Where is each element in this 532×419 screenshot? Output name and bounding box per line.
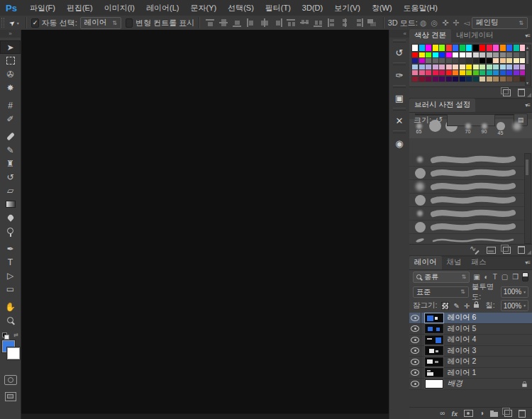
color-swatch[interactable] bbox=[466, 45, 472, 51]
layer-name[interactable]: 레이어 5 bbox=[448, 324, 532, 334]
color-swatch[interactable] bbox=[439, 52, 445, 57]
document-canvas[interactable] bbox=[21, 30, 389, 413]
options-bar-grip[interactable] bbox=[1, 18, 4, 28]
color-swatch[interactable] bbox=[506, 77, 512, 82]
panel-menu-icon[interactable]: ▾≡ bbox=[525, 33, 530, 39]
layer-name[interactable]: 배경 bbox=[448, 379, 522, 389]
menu-item[interactable]: 도움말(H) bbox=[398, 0, 443, 16]
align-bottom-edges-icon[interactable] bbox=[232, 18, 243, 28]
clone-stamp-tool[interactable]: ♜ bbox=[0, 157, 21, 170]
color-swatch[interactable] bbox=[473, 45, 479, 51]
filter-pixel-layers-icon[interactable]: ▣ bbox=[473, 273, 480, 281]
color-swatch[interactable] bbox=[473, 52, 479, 57]
color-swatch[interactable] bbox=[419, 77, 425, 82]
layer-visibility-cell[interactable] bbox=[409, 324, 421, 335]
brush-size-input[interactable] bbox=[447, 114, 495, 126]
panel-menu-icon[interactable]: ▾≡ bbox=[525, 102, 530, 108]
filter-type-layers-icon[interactable]: T bbox=[493, 273, 497, 281]
color-swatch[interactable] bbox=[487, 70, 492, 75]
color-swatch[interactable] bbox=[480, 65, 485, 69]
3d-roll-icon[interactable]: ◎ bbox=[431, 18, 438, 28]
layer-row[interactable]: 레이어 4 bbox=[409, 335, 532, 346]
type-tool[interactable]: T bbox=[0, 255, 21, 269]
layer-name[interactable]: 레이어 4 bbox=[448, 335, 532, 345]
brush-list-scrollbar[interactable] bbox=[524, 153, 531, 244]
color-swatch[interactable] bbox=[493, 65, 499, 69]
color-swatch[interactable] bbox=[500, 70, 506, 75]
layer-visibility-cell[interactable] bbox=[409, 335, 421, 345]
brush-preset-item[interactable] bbox=[409, 180, 526, 194]
color-swatch[interactable] bbox=[419, 45, 425, 51]
color-swatch[interactable] bbox=[433, 70, 438, 75]
color-swatch[interactable] bbox=[426, 52, 431, 57]
color-swatch[interactable] bbox=[487, 58, 492, 63]
align-top-edges-icon[interactable] bbox=[205, 18, 216, 28]
layer-row[interactable]: 레이어 2 bbox=[409, 357, 532, 368]
color-swatch[interactable] bbox=[473, 58, 479, 63]
color-swatch[interactable] bbox=[500, 77, 506, 82]
auto-select-target-dropdown[interactable]: 레이어 ⇅ bbox=[80, 17, 121, 29]
color-swatch[interactable] bbox=[433, 65, 438, 69]
color-swatch[interactable] bbox=[487, 65, 492, 69]
color-swatch[interactable] bbox=[453, 77, 458, 82]
new-brush-icon[interactable] bbox=[503, 247, 511, 254]
brush-preset-item[interactable] bbox=[409, 220, 526, 234]
color-swatch[interactable] bbox=[446, 58, 452, 63]
healing-brush-tool[interactable] bbox=[0, 130, 21, 143]
cc-libraries-panel-icon[interactable]: ◉ bbox=[389, 135, 409, 151]
distribute-horizontal-centers-icon[interactable] bbox=[340, 18, 350, 28]
filter-kind-dropdown[interactable]: 종류 ⇅ bbox=[413, 272, 470, 283]
color-swatch[interactable] bbox=[466, 70, 472, 75]
menu-item[interactable]: 필터(T) bbox=[260, 0, 297, 16]
color-swatch[interactable] bbox=[446, 65, 452, 69]
distribute-bottom-edges-icon[interactable] bbox=[313, 18, 323, 28]
distribute-left-edges-icon[interactable] bbox=[326, 18, 337, 28]
color-swatch[interactable] bbox=[493, 58, 499, 63]
new-group-icon[interactable] bbox=[490, 412, 498, 417]
color-swatch[interactable] bbox=[487, 45, 492, 51]
layer-row[interactable]: 배경 bbox=[409, 379, 532, 390]
blend-mode-dropdown[interactable]: 표준 ⇅ bbox=[413, 286, 469, 298]
layer-thumbnail[interactable] bbox=[425, 335, 443, 345]
filtering-toggle-switch[interactable] bbox=[522, 272, 528, 281]
color-swatch[interactable] bbox=[446, 45, 452, 51]
layer-name[interactable]: 레이어 1 bbox=[448, 368, 532, 378]
color-swatch[interactable] bbox=[439, 70, 445, 75]
path-selection-tool[interactable]: ▷ bbox=[0, 269, 21, 282]
brush-preset-item[interactable] bbox=[409, 194, 526, 207]
color-swatch[interactable] bbox=[412, 77, 418, 82]
color-swatch[interactable] bbox=[419, 65, 425, 69]
color-swatch[interactable] bbox=[506, 52, 512, 57]
eyedropper-tool[interactable]: ✐ bbox=[0, 112, 21, 125]
panel-tab[interactable]: 패스 bbox=[467, 256, 492, 269]
add-layer-mask-icon[interactable] bbox=[464, 410, 473, 417]
show-transform-controls-checkbox[interactable] bbox=[126, 18, 133, 28]
color-swatch[interactable] bbox=[453, 52, 458, 57]
color-swatch[interactable] bbox=[514, 77, 519, 82]
color-swatch[interactable] bbox=[433, 58, 438, 63]
color-swatch[interactable] bbox=[466, 77, 472, 82]
quick-mask-mode-button[interactable] bbox=[4, 375, 17, 385]
color-swatch[interactable] bbox=[473, 70, 479, 75]
color-swatch[interactable] bbox=[506, 45, 512, 51]
color-swatch[interactable] bbox=[426, 70, 431, 75]
tool-presets-panel-icon[interactable]: ✑ bbox=[389, 67, 409, 83]
brush-tool[interactable]: ✎ bbox=[0, 143, 21, 157]
layer-thumbnail[interactable] bbox=[425, 368, 443, 377]
color-swatch[interactable] bbox=[500, 52, 506, 57]
color-swatch[interactable] bbox=[514, 65, 519, 69]
color-swatch[interactable] bbox=[460, 77, 465, 82]
menu-item[interactable]: 선택(S) bbox=[222, 0, 260, 16]
scrollbar-thumb[interactable] bbox=[526, 160, 528, 175]
layer-row[interactable]: 레이어 1 bbox=[409, 368, 532, 379]
auto-align-layers-icon[interactable] bbox=[367, 18, 377, 28]
color-swatch[interactable] bbox=[460, 52, 465, 57]
color-swatch[interactable] bbox=[480, 52, 485, 57]
color-swatch[interactable] bbox=[433, 45, 438, 51]
brush-preset-item[interactable] bbox=[409, 234, 526, 244]
layer-thumbnail[interactable] bbox=[425, 379, 443, 389]
scrollbar-thumb[interactable] bbox=[526, 51, 528, 64]
lock-position-icon[interactable]: ✛ bbox=[464, 302, 470, 310]
panel-menu-icon[interactable]: ▾≡ bbox=[525, 259, 530, 266]
color-swatch[interactable] bbox=[439, 58, 445, 63]
